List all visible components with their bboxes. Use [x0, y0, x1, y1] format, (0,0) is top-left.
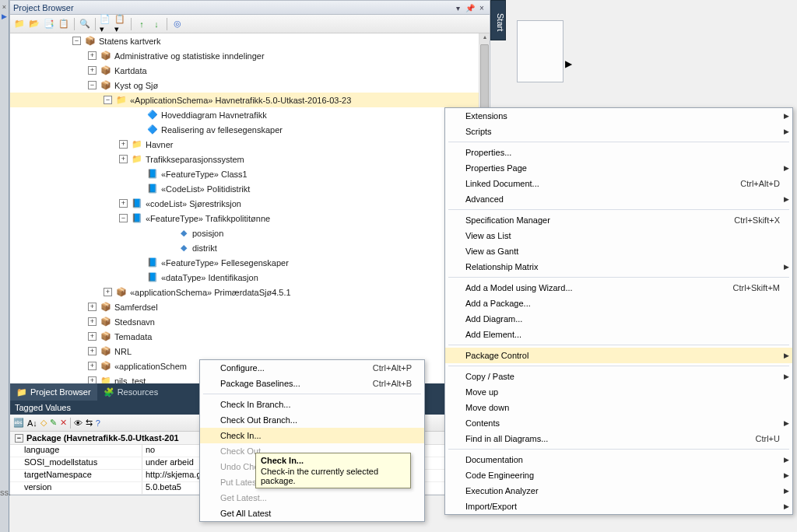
menu-item[interactable]: Package Baselines...Ctrl+Alt+B — [200, 376, 424, 391]
show-icon[interactable]: 👁 — [74, 418, 83, 428]
move-up-icon[interactable]: ↑ — [135, 18, 148, 30]
menu-item[interactable]: Move down — [445, 400, 792, 415]
tree-row[interactable]: ◆distrikt — [10, 240, 490, 255]
tree-row[interactable]: +📁Trafikkseparasjonssystem — [10, 152, 490, 166]
tree-row[interactable]: 📘«dataType» Identifikasjon — [10, 270, 490, 285]
collapse-icon[interactable]: − — [88, 81, 97, 89]
help-icon[interactable]: ? — [96, 418, 100, 428]
panel-menu-icon[interactable]: ▾ — [454, 4, 463, 12]
menu-item[interactable]: Check Out Branch... — [200, 412, 424, 428]
menu-item[interactable]: Documentation▶ — [445, 452, 792, 467]
tag-icon[interactable]: ◇ — [40, 418, 47, 428]
menu-item[interactable]: Extensions▶ — [445, 108, 792, 124]
edit-icon[interactable]: ✎ — [50, 418, 57, 428]
menu-item[interactable]: Specification ManagerCtrl+Skift+X — [445, 212, 792, 228]
menu-item[interactable]: Package Control▶ — [445, 348, 792, 363]
delete-icon[interactable]: ✕ — [60, 418, 67, 428]
expand-icon[interactable]: + — [88, 51, 97, 60]
tree-label: posisjon — [192, 229, 223, 238]
tree-row[interactable]: +📁Havner — [10, 137, 490, 152]
scroll-up-icon[interactable]: ▴ — [479, 33, 490, 44]
expand-icon[interactable]: + — [119, 155, 128, 163]
expand-icon[interactable]: + — [88, 66, 97, 75]
tree-row[interactable]: +📘«codeList» Sjørestriksjon — [10, 196, 490, 211]
collapsed-side-strip[interactable]: × ▶ — [0, 0, 9, 532]
close-icon[interactable]: × — [0, 0, 9, 11]
menu-item[interactable]: Copy / Paste▶ — [445, 369, 792, 384]
copy-icon[interactable]: 📋 — [58, 18, 70, 30]
tree-row[interactable]: −📦Statens kartverk — [10, 33, 490, 48]
menu-item[interactable]: Add a Package... — [445, 296, 792, 311]
paste-icon[interactable]: 📋▾ — [114, 18, 127, 30]
tree-row[interactable]: +📦«applicationSchema» PrimærdataSjø4.5.1 — [10, 285, 490, 299]
menu-item[interactable]: Configure...Ctrl+Alt+P — [200, 360, 424, 376]
menu-item[interactable]: Scripts▶ — [445, 124, 792, 139]
collapse-icon[interactable]: − — [119, 214, 128, 222]
tree-row[interactable]: −📘«FeatureType» Trafikkpolititønne — [10, 211, 490, 226]
menu-item[interactable]: Contents▶ — [445, 415, 792, 431]
collapse-icon[interactable]: − — [104, 96, 112, 104]
expand-icon[interactable]: + — [88, 362, 97, 370]
tab-project-browser[interactable]: 📁 Project Browser — [10, 383, 97, 401]
menu-item[interactable]: Properties Page▶ — [445, 160, 792, 176]
new-model-icon[interactable]: 📁 — [13, 18, 26, 30]
tree-row[interactable]: −📁«ApplicationSchema» Havnetrafikk-5.0-U… — [10, 93, 490, 107]
menu-item[interactable]: Linked Document...Ctrl+Alt+D — [445, 176, 792, 191]
menu-item[interactable]: Add Diagram... — [445, 311, 792, 327]
tree-row[interactable]: +📦Samferdsel — [10, 299, 490, 314]
menu-item[interactable]: Import/Export▶ — [445, 499, 792, 514]
tree-row[interactable]: 📘«FeatureType» Fellesegenskaper — [10, 255, 490, 270]
menu-item[interactable]: View as List — [445, 228, 792, 243]
tab-resources[interactable]: 🧩 Resources — [97, 383, 165, 401]
hierarchy-icon[interactable]: ⇆ — [86, 418, 93, 428]
menu-item[interactable]: Properties... — [445, 145, 792, 160]
menu-item[interactable]: Execution Analyzer▶ — [445, 483, 792, 499]
expand-icon[interactable]: + — [119, 140, 128, 149]
project-tree[interactable]: −📦Statens kartverk+📦Administrative og st… — [10, 33, 490, 383]
menu-item[interactable]: Advanced▶ — [445, 191, 792, 207]
menu-item[interactable]: Find in all Diagrams...Ctrl+U — [445, 431, 792, 446]
move-down-icon[interactable]: ↓ — [150, 18, 163, 30]
tree-row[interactable]: 📘«FeatureType» Class1 — [10, 166, 490, 181]
expand-icon[interactable]: + — [88, 376, 97, 383]
menu-item[interactable]: Add Element... — [445, 327, 792, 342]
menu-item[interactable]: Get All Latest — [200, 506, 424, 521]
expand-icon[interactable]: + — [88, 303, 97, 311]
tree-row[interactable]: +📦NRL — [10, 344, 490, 359]
open-folder-icon[interactable]: 📂 — [28, 18, 40, 30]
menu-item[interactable]: Relationship Matrix▶ — [445, 259, 792, 275]
collapse-icon[interactable]: − — [72, 37, 81, 45]
start-tab[interactable]: Start — [490, 0, 506, 40]
expand-icon[interactable]: + — [88, 347, 97, 355]
menu-item[interactable]: Code Engineering▶ — [445, 467, 792, 483]
sort-icon[interactable]: 🔤 — [13, 418, 24, 428]
search-icon[interactable]: 🔍 — [79, 18, 91, 30]
tree-row[interactable]: 📘«CodeList» Politidistrikt — [10, 181, 490, 196]
tree-row[interactable]: −📦Kyst og Sjø — [10, 78, 490, 93]
start-label: Start — [496, 13, 505, 31]
tree-row[interactable]: +📦Kartdata — [10, 63, 490, 78]
close-icon[interactable]: × — [477, 4, 486, 12]
pin-icon[interactable]: 📌 — [465, 4, 475, 12]
menu-item[interactable]: Add a Model using Wizard...Ctrl+Skift+M — [445, 280, 792, 296]
tree-row[interactable]: 🔷Realisering av fellesegenskaper — [10, 122, 490, 137]
expand-icon[interactable]: + — [88, 317, 97, 326]
sort2-icon[interactable]: A↓ — [27, 418, 37, 428]
expand-icon[interactable]: + — [88, 332, 97, 341]
tree-row[interactable]: +📦Administrative og statistiske inndelin… — [10, 48, 490, 63]
menu-item[interactable]: Move up — [445, 384, 792, 400]
tree-row[interactable]: ◆posisjon — [10, 226, 490, 240]
target-icon[interactable]: ◎ — [171, 18, 184, 30]
packages-icon[interactable]: 📑 — [43, 18, 55, 30]
tree-row[interactable]: +📦Temadata — [10, 329, 490, 344]
expand-icon[interactable]: + — [119, 199, 128, 208]
tree-row[interactable]: +📦Stedsnavn — [10, 314, 490, 329]
menu-item[interactable]: Check In... — [200, 428, 424, 443]
menu-item[interactable]: View as Gantt — [445, 243, 792, 259]
chevron-right-icon[interactable]: ▶ — [0, 11, 9, 20]
new-doc-icon[interactable]: 📄▾ — [100, 18, 112, 30]
tree-row[interactable]: 🔷Hoveddiagram Havnetrafikk — [10, 107, 490, 122]
expand-icon[interactable]: + — [104, 288, 112, 296]
collapse-icon[interactable]: − — [15, 434, 23, 443]
menu-item[interactable]: Check In Branch... — [200, 397, 424, 412]
